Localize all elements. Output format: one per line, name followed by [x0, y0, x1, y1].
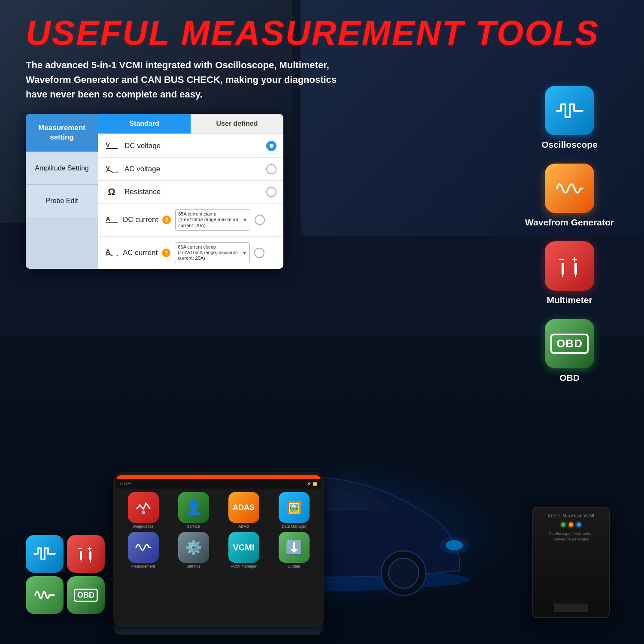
- corner-obd-logo: OBD: [74, 589, 98, 602]
- tool-oscilloscope[interactable]: Oscilloscope: [541, 86, 598, 150]
- app-adas-label: ADAS: [238, 524, 249, 529]
- vcmi-device: AUTEL MaxiFlash VCMI Oscilloscope | Mult…: [532, 507, 610, 618]
- app-update[interactable]: ⬇️ Update: [270, 532, 317, 568]
- radio-dc-voltage[interactable]: [266, 141, 276, 151]
- app-service[interactable]: 👤 Service: [170, 492, 217, 529]
- sidebar-header: Measurement setting: [26, 114, 98, 152]
- sidebar-item-probe-edit[interactable]: Probe Edit: [26, 184, 98, 217]
- status-icons: ⚡ 📶: [307, 482, 317, 486]
- help-dc-current[interactable]: ?: [162, 216, 171, 224]
- datamanager-icon: 🖼️: [286, 501, 301, 515]
- tablet-hands: [113, 622, 324, 635]
- feature-icons-cluster: − + OBD: [26, 535, 105, 614]
- radio-dc-current[interactable]: [255, 215, 265, 225]
- label-dc-voltage: DC voltage: [125, 142, 260, 150]
- radio-resistance[interactable]: [266, 187, 276, 197]
- dropdown-arrow-dc: ▼: [243, 217, 247, 222]
- icon-resistance: Ω: [105, 186, 118, 197]
- app-adas[interactable]: ADAS ADAS: [220, 492, 267, 529]
- row-dc-voltage[interactable]: V DC voltage: [98, 134, 283, 158]
- vcmi-brand: AUTEL MaxiFlash VCMI: [539, 513, 603, 518]
- dropdown-ac-text: 65A current clamp (1mV/10mA range,maximu…: [178, 244, 240, 261]
- waveform-label: Wavefrom Generator: [525, 217, 614, 228]
- dropdown-arrow-ac: ▼: [242, 250, 247, 255]
- tablet-visual: AUTEL ⚡ 📶 Diagnostics: [113, 472, 324, 627]
- obd-logo: OBD: [550, 334, 589, 354]
- sidebar-panel: Measurement setting Amplitude Setting Pr…: [26, 114, 98, 269]
- vcmi-light-blue: [577, 522, 581, 527]
- row-resistance[interactable]: Ω Resistance: [98, 181, 283, 204]
- multimeter-probes-icon: − +: [556, 254, 583, 278]
- tab-user-defined[interactable]: User defined: [191, 114, 283, 134]
- bottom-section: − + OBD: [26, 472, 324, 627]
- radio-dot: [270, 144, 273, 148]
- corner-oscilloscope-icon: [33, 546, 56, 562]
- app-vcmi-label: VCMI Manager: [231, 564, 257, 568]
- oscilloscope-waveform-icon: [555, 100, 585, 122]
- app-vcmi[interactable]: VCMI VCMI Manager: [220, 532, 267, 568]
- service-icon: 👤: [185, 499, 202, 516]
- dropdown-ac-current[interactable]: 65A current clamp (1mV/10mA range,maximu…: [175, 242, 250, 264]
- help-ac-current[interactable]: ?: [162, 249, 170, 257]
- corner-icon-multimeter[interactable]: − +: [67, 535, 105, 573]
- obd-label: OBD: [559, 373, 580, 383]
- status-text: AUTEL: [120, 482, 132, 486]
- dropdown-dc-text: 65A current clamp (1mV/10mA range,maximu…: [178, 211, 241, 228]
- app-diagnostics-label: Diagnostics: [133, 524, 153, 529]
- diagnostics-icon: [135, 500, 152, 515]
- settings-icon: ⚙️: [185, 539, 202, 556]
- row-dc-current[interactable]: A DC current ? 65A current clamp (1mV/10…: [98, 204, 283, 237]
- label-dc-current: DC current: [123, 216, 158, 224]
- page-wrapper: USEFUL MEASUREMENT TOOLS The advanced 5-…: [0, 0, 644, 644]
- sidebar-item-amplitude[interactable]: Amplitude Setting: [26, 152, 98, 184]
- row-ac-current[interactable]: A AC current ? 65A current clamp (1mV/10…: [98, 237, 283, 269]
- content-panel: Standard User defined V DC voltage: [98, 114, 283, 269]
- corner-icon-obd[interactable]: OBD: [67, 576, 105, 614]
- corner-waveform-icon: [33, 587, 56, 603]
- radio-ac-current[interactable]: [254, 248, 264, 258]
- row-ac-voltage[interactable]: V AC voltage: [98, 158, 283, 181]
- app-settings[interactable]: ⚙️ Settings: [170, 532, 217, 568]
- radio-ac-voltage[interactable]: [266, 164, 276, 174]
- tool-multimeter[interactable]: − + Multimeter: [545, 241, 594, 305]
- tool-obd[interactable]: OBD OBD: [545, 319, 594, 383]
- svg-rect-24: [81, 560, 82, 562]
- svg-rect-25: [90, 560, 91, 562]
- vcmi-lights-row: [539, 522, 603, 527]
- corner-icon-oscilloscope[interactable]: [26, 535, 64, 573]
- tools-right-column: Oscilloscope Wavefrom Generator − +: [525, 86, 614, 383]
- svg-rect-16: [562, 263, 564, 275]
- obd-icon-box: OBD: [545, 319, 594, 368]
- svg-point-6: [439, 537, 469, 554]
- corner-multimeter-icon: − +: [75, 544, 97, 563]
- app-settings-label: Settings: [186, 564, 200, 568]
- tablet-app-area: Diagnostics 👤 Service ADAS: [116, 489, 321, 624]
- tab-standard[interactable]: Standard: [98, 114, 191, 134]
- corner-icon-waveform[interactable]: [26, 576, 64, 614]
- app-datamanager[interactable]: 🖼️ Data Manager: [270, 492, 317, 529]
- vcmi-light-orange: [569, 522, 573, 527]
- measurement-rows: V DC voltage V: [98, 134, 283, 269]
- tabs-container: Standard User defined: [98, 114, 283, 134]
- measurement-card: Measurement setting Amplitude Setting Pr…: [26, 114, 283, 269]
- app-diagnostics[interactable]: Diagnostics: [120, 492, 167, 529]
- svg-rect-22: [80, 551, 82, 560]
- icon-ac-voltage: V: [105, 163, 118, 175]
- tablet-body: AUTEL ⚡ 📶 Diagnostics: [113, 472, 324, 627]
- vcmi-subtitle: Oscilloscope | Multimeter | Waveform gen…: [539, 531, 603, 542]
- measurement-icon: [135, 540, 152, 555]
- icon-dc-current: A: [105, 214, 118, 226]
- vcmi-icon: VCMI: [233, 543, 255, 553]
- app-measurement[interactable]: Measurement: [120, 532, 167, 568]
- svg-text:V: V: [106, 141, 110, 148]
- dropdown-dc-current[interactable]: 65A current clamp (1mV/10mA range,maximu…: [175, 209, 250, 231]
- multimeter-icon-box: − +: [545, 241, 594, 291]
- waveform-icon-box: [545, 164, 594, 213]
- tool-waveform-generator[interactable]: Wavefrom Generator: [525, 164, 614, 228]
- adas-icon: ADAS: [233, 503, 255, 512]
- oscilloscope-icon-box: [545, 86, 594, 135]
- label-resistance: Resistance: [125, 188, 260, 196]
- app-measurement-label: Measurement: [131, 564, 155, 568]
- svg-point-26: [142, 511, 145, 514]
- tablet-brand-strip: [116, 475, 321, 479]
